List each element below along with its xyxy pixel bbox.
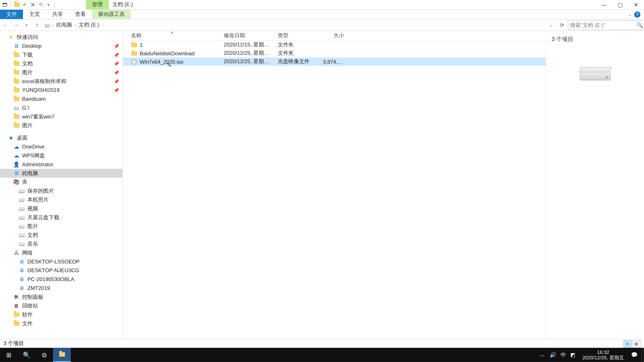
nav-quick-item[interactable]: 文档 📌 bbox=[0, 59, 122, 68]
nav-desktop[interactable]: ■ 桌面 bbox=[0, 133, 122, 142]
drive-icon: 🖴 bbox=[44, 22, 50, 28]
volume-icon[interactable]: 🔊 bbox=[550, 352, 556, 358]
nav-library-item[interactable]: 📖 文档 bbox=[0, 231, 122, 240]
nav-quick-item[interactable]: Bandicam bbox=[0, 94, 122, 103]
nav-quick-item[interactable]: excel表格制作求和 📌 bbox=[0, 77, 122, 86]
taskbar-explorer-button[interactable] bbox=[53, 348, 70, 362]
breadcrumb-this-pc[interactable]: 此电脑 bbox=[55, 21, 73, 29]
qat-undo-icon[interactable]: ⟲ bbox=[38, 1, 44, 8]
qat-folder-icon[interactable] bbox=[14, 1, 20, 8]
recycle-icon: 🗑 bbox=[13, 303, 20, 309]
nav-quick-item[interactable]: 🖥 Desktop 📌 bbox=[0, 41, 122, 50]
pin-icon: 📌 bbox=[114, 52, 119, 57]
star-icon: ★ bbox=[8, 34, 14, 40]
nav-quick-item[interactable]: win7重装win7 bbox=[0, 112, 122, 121]
ime-indicator[interactable]: 中 bbox=[561, 351, 566, 359]
nav-quick-item[interactable]: 下载 📌 bbox=[0, 50, 122, 59]
refresh-button[interactable]: ⟳ bbox=[557, 22, 567, 28]
close-button[interactable]: ✕ bbox=[628, 0, 644, 9]
taskbar-search-button[interactable]: 🔍 bbox=[18, 348, 35, 362]
nav-label: ZMT2019 bbox=[27, 285, 50, 291]
library-icon: 📖 bbox=[18, 197, 25, 203]
nav-network-item[interactable]: 🖥 DESKTOP-LSSOEDP bbox=[0, 257, 122, 266]
nav-recycle-bin[interactable]: 🗑 回收站 bbox=[0, 301, 122, 310]
chevron-right-icon[interactable]: › bbox=[74, 23, 77, 27]
ribbon-tab-home[interactable]: 主页 bbox=[23, 10, 46, 19]
lib-icon: 📚 bbox=[13, 179, 20, 185]
file-list[interactable]: 名称 修改日期 类型 大小 1 2020/12/15, 星期二 1... 文件夹… bbox=[123, 31, 546, 339]
breadcrumb[interactable]: 🖴 › 此电脑 › 文档 (E:) › ⌄ bbox=[42, 21, 557, 29]
nav-library-item[interactable]: 📖 视频 bbox=[0, 204, 122, 213]
file-row[interactable]: 1 2020/12/15, 星期二 1... 文件夹 bbox=[123, 41, 546, 49]
nav-back-button[interactable]: ← bbox=[0, 22, 10, 28]
breadcrumb-current[interactable]: 文档 (E:) bbox=[78, 21, 100, 29]
column-headers: 名称 修改日期 类型 大小 bbox=[123, 31, 546, 41]
ribbon-collapse-icon[interactable]: ⌄ bbox=[628, 12, 632, 17]
nav-quick-item[interactable]: 🖴 G:\ bbox=[0, 103, 122, 112]
ribbon-tab-share[interactable]: 共享 bbox=[46, 10, 69, 19]
action-center-icon[interactable]: 💬 bbox=[631, 352, 638, 358]
nav-quick-item[interactable]: 图片 📌 bbox=[0, 68, 122, 77]
nav-library-item[interactable]: 📖 音乐 bbox=[0, 240, 122, 248]
nav-network-item[interactable]: 🖥 DESKTOP-NJEU3CG bbox=[0, 266, 122, 275]
task-view-button[interactable]: ⧉ bbox=[36, 348, 53, 362]
nav-network-item[interactable]: 🖥 ZMT2019 bbox=[0, 284, 122, 293]
search-icon[interactable]: 🔍 bbox=[636, 22, 643, 28]
nav-forward-button[interactable]: → bbox=[10, 22, 21, 28]
file-name: BaiduNetdiskDownload bbox=[140, 50, 194, 56]
nav-desktop-item[interactable]: 📚 库 bbox=[0, 178, 122, 187]
column-type[interactable]: 类型 bbox=[275, 32, 320, 39]
nav-quick-access[interactable]: ★ 快速访问 bbox=[0, 33, 122, 41]
nav-network-item[interactable]: 🖥 PC-20190530OBLA bbox=[0, 275, 122, 284]
address-bar: ← → ▾ ↑ 🖴 › 此电脑 › 文档 (E:) › ⌄ ⟳ 🔍 bbox=[0, 19, 644, 31]
nav-library-item[interactable]: 📖 本机照片 bbox=[0, 195, 122, 204]
search-input[interactable] bbox=[570, 22, 636, 28]
address-dropdown-icon[interactable]: ⌄ bbox=[546, 22, 556, 27]
nav-files[interactable]: 文件 bbox=[0, 319, 122, 328]
nav-network[interactable]: 🖧 网络 bbox=[0, 248, 122, 257]
ribbon-tab-file[interactable]: 文件 bbox=[0, 10, 23, 19]
tray-overflow-icon[interactable]: ︿ bbox=[540, 351, 545, 359]
column-date[interactable]: 修改日期 bbox=[221, 32, 275, 39]
nav-desktop-item[interactable]: ☁ WPS网盘 bbox=[0, 151, 122, 160]
file-row[interactable]: BaiduNetdiskDownload 2020/12/25, 星期五 1..… bbox=[123, 49, 546, 57]
nav-quick-item[interactable]: 图片 bbox=[0, 121, 122, 130]
nav-label: OneDrive bbox=[22, 144, 44, 150]
chevron-right-icon[interactable]: › bbox=[51, 23, 54, 27]
nav-label: 文件 bbox=[22, 320, 33, 327]
help-icon[interactable]: ? bbox=[634, 11, 640, 17]
nav-software[interactable]: 软件 bbox=[0, 310, 122, 319]
window-title: 文档 (E:) bbox=[112, 1, 133, 8]
qat-delete-icon[interactable]: ✕ bbox=[30, 1, 36, 8]
user-icon: 👤 bbox=[13, 161, 20, 168]
minimize-button[interactable]: — bbox=[596, 0, 612, 9]
ribbon-tab-view[interactable]: 查看 bbox=[69, 10, 92, 19]
column-size[interactable]: 大小 bbox=[320, 32, 347, 39]
maximize-button[interactable]: ▢ bbox=[612, 0, 628, 9]
nav-library-item[interactable]: 📖 天翼云盘下载 bbox=[0, 213, 122, 222]
chevron-right-icon[interactable]: › bbox=[101, 23, 104, 27]
taskbar-clock[interactable]: 16:32 2020/12/25, 星期五 bbox=[580, 350, 627, 360]
nav-up-button[interactable]: ↑ bbox=[32, 22, 42, 28]
show-desktop-button[interactable] bbox=[641, 348, 644, 362]
nav-quick-item[interactable]: YUNQISHI2019 📌 bbox=[0, 86, 122, 95]
tray-app-icon[interactable]: ◩ bbox=[570, 352, 575, 358]
nav-label: 桌面 bbox=[17, 134, 27, 142]
qat-properties-icon[interactable]: ✔ bbox=[22, 1, 28, 8]
search-box[interactable]: 🔍 bbox=[568, 20, 642, 30]
nav-desktop-item[interactable]: ☁ OneDrive bbox=[0, 142, 122, 151]
nav-recent-dropdown[interactable]: ▾ bbox=[21, 23, 32, 27]
folder-icon bbox=[13, 87, 20, 93]
navigation-pane[interactable]: ★ 快速访问 🖥 Desktop 📌 下载 📌 文档 📌 图片 📌 excel表… bbox=[0, 31, 123, 339]
view-details-button[interactable]: ≣ bbox=[624, 340, 632, 347]
nav-desktop-item[interactable]: 👤 Administrator bbox=[0, 160, 122, 169]
nav-desktop-item[interactable]: 🖥 此电脑 bbox=[0, 169, 122, 178]
start-button[interactable]: ⊞ bbox=[0, 348, 18, 362]
ribbon-tab-drive-tools[interactable]: 驱动器工具 bbox=[92, 10, 131, 19]
qat-dropdown-icon[interactable]: ▾ bbox=[46, 1, 52, 8]
file-row[interactable]: Win7x64_2020.iso 2020/12/25, 星期五 1... 光盘… bbox=[123, 57, 546, 66]
nav-library-item[interactable]: 📖 保存的图片 bbox=[0, 187, 122, 195]
nav-library-item[interactable]: 📖 图片 bbox=[0, 222, 122, 231]
view-thumbnails-button[interactable]: ▦ bbox=[632, 340, 640, 347]
nav-control-panel[interactable]: 🛠 控制面板 bbox=[0, 293, 122, 302]
